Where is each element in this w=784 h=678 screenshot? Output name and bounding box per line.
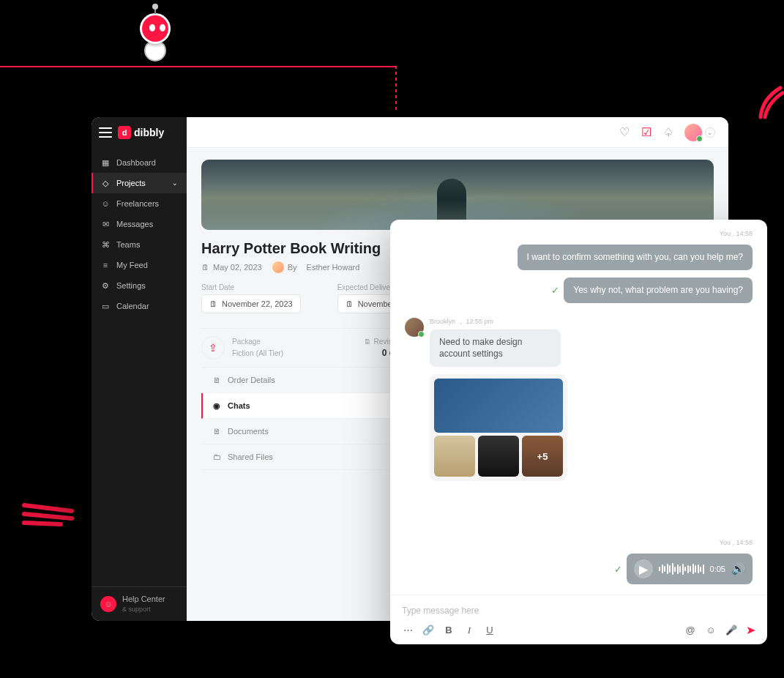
calendar-icon: ▭ [100, 301, 111, 311]
projects-icon: ◇ [100, 178, 111, 188]
folder-icon: 🗀 [212, 452, 222, 462]
chevron-down-icon: ⌄ [705, 127, 715, 138]
voice-message: ▶ 0:05 🔊 [627, 554, 753, 584]
documents-icon: 🗎 [212, 426, 222, 436]
order-icon: 🗎 [212, 375, 222, 385]
sender-avatar [405, 318, 424, 337]
brand-logo[interactable]: d dibbly [118, 126, 164, 139]
calendar-icon: 🗓 [209, 299, 217, 308]
italic-icon[interactable]: I [463, 625, 475, 636]
mascot-robot [128, 6, 187, 64]
decorative-swoosh-right [755, 84, 784, 121]
help-center[interactable]: ☺ Help Center & support [92, 586, 187, 621]
message-out: I want to confirm something with you, ca… [518, 245, 753, 270]
chat-icon: ◉ [212, 401, 222, 411]
nav-feed[interactable]: ≡My Feed [92, 255, 187, 275]
more-tools-button[interactable]: ⋯ [402, 625, 414, 636]
package-tier: (All Tier) [256, 349, 283, 357]
message-out: Yes why not, what problem are you having… [564, 277, 753, 303]
send-button[interactable]: ➤ [746, 623, 755, 637]
mention-icon[interactable]: @ [684, 625, 696, 636]
attachment-more[interactable]: +5 [522, 436, 563, 477]
nav-calendar[interactable]: ▭Calendar [92, 296, 187, 316]
sender-time: 12:55 pm [466, 318, 494, 325]
message-input[interactable] [402, 603, 755, 619]
sidebar-nav: ▦Dashboard ◇Projects⌄ ☺Freelancers ✉Mess… [92, 148, 187, 586]
chat-composer: ⋯ 🔗 B I U @ ☺ 🎤 ➤ [390, 595, 767, 644]
project-title: Harry Potter Book Writing [201, 240, 381, 257]
volume-icon[interactable]: 🔊 [731, 562, 745, 575]
package-icon: ⇪ [201, 336, 225, 360]
teams-icon: ⌘ [100, 239, 111, 250]
help-title: Help Center [122, 595, 165, 604]
user-menu[interactable]: ⌄ [684, 124, 715, 141]
emoji-icon[interactable]: ☺ [705, 625, 717, 636]
bell-icon[interactable]: ♤ [662, 127, 674, 138]
bold-icon[interactable]: B [443, 625, 455, 636]
start-date-label: Start Date [201, 283, 301, 291]
topbar: ♡ ☑ ♤ ⌄ [187, 117, 728, 148]
start-date-field[interactable]: 🗓November 22, 2023 [201, 294, 301, 313]
package-value: Fiction [232, 349, 253, 357]
nav-settings[interactable]: ⚙Settings [92, 275, 187, 296]
package-label: Package [232, 338, 283, 346]
help-subtitle: & support [122, 606, 151, 613]
chevron-down-icon: ⌄ [172, 179, 178, 187]
waveform[interactable] [659, 562, 704, 575]
feed-icon: ≡ [100, 260, 111, 270]
nav-teams[interactable]: ⌘Teams [92, 234, 187, 255]
author-avatar [272, 261, 284, 273]
settings-icon: ⚙ [100, 280, 111, 291]
heart-icon[interactable]: ♡ [619, 127, 630, 138]
inbox-icon[interactable]: ☑ [641, 127, 652, 138]
message-meta: You , 14:58 [405, 539, 753, 546]
messages-icon: ✉ [100, 219, 111, 229]
attachment-grid[interactable]: +5 [430, 374, 567, 481]
decorative-line [0, 66, 395, 67]
attachment-thumbnail[interactable] [434, 379, 563, 433]
message-meta: You , 14:58 [405, 230, 753, 237]
underline-icon[interactable]: U [484, 625, 496, 636]
chat-panel: You , 14:58 I want to confirm something … [390, 220, 767, 644]
calendar-icon: 🗓 [346, 299, 354, 308]
dashboard-icon: ▦ [100, 157, 111, 168]
freelancers-icon: ☺ [100, 198, 111, 209]
sidebar: d dibbly ▦Dashboard ◇Projects⌄ ☺Freelanc… [92, 117, 187, 621]
nav-dashboard[interactable]: ▦Dashboard [92, 152, 187, 173]
play-button[interactable]: ▶ [634, 559, 653, 578]
voice-duration: 0:05 [710, 565, 725, 573]
nav-messages[interactable]: ✉Messages [92, 214, 187, 234]
menu-toggle[interactable] [99, 127, 112, 138]
calendar-icon: 🗓 [201, 263, 209, 272]
mic-icon[interactable]: 🎤 [725, 625, 737, 636]
user-avatar [684, 124, 702, 141]
attachment-thumbnail[interactable] [434, 436, 475, 477]
logo-mark-icon: d [118, 126, 131, 139]
document-icon: 🗎 [364, 338, 371, 346]
chat-messages: You , 14:58 I want to confirm something … [390, 220, 767, 595]
check-icon: ✓ [551, 285, 559, 296]
message-in: Need to make design account settings [430, 329, 561, 368]
attachment-thumbnail[interactable] [478, 436, 519, 477]
project-date: 🗓May 02, 2023 [201, 263, 262, 272]
check-icon: ✓ [614, 564, 622, 575]
help-icon: ☺ [100, 596, 116, 612]
link-icon[interactable]: 🔗 [422, 625, 434, 636]
sender-name: Brooklyn [430, 318, 455, 325]
nav-projects[interactable]: ◇Projects⌄ [92, 173, 187, 193]
project-author: By Esther Howard [272, 261, 360, 273]
nav-freelancers[interactable]: ☺Freelancers [92, 193, 187, 214]
decorative-swoosh-left [20, 498, 79, 527]
